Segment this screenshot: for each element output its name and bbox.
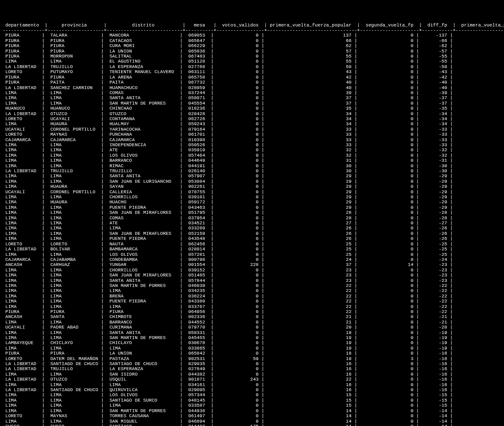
terminal-output: departamento | provincia | distrito | me… <box>3 23 501 426</box>
